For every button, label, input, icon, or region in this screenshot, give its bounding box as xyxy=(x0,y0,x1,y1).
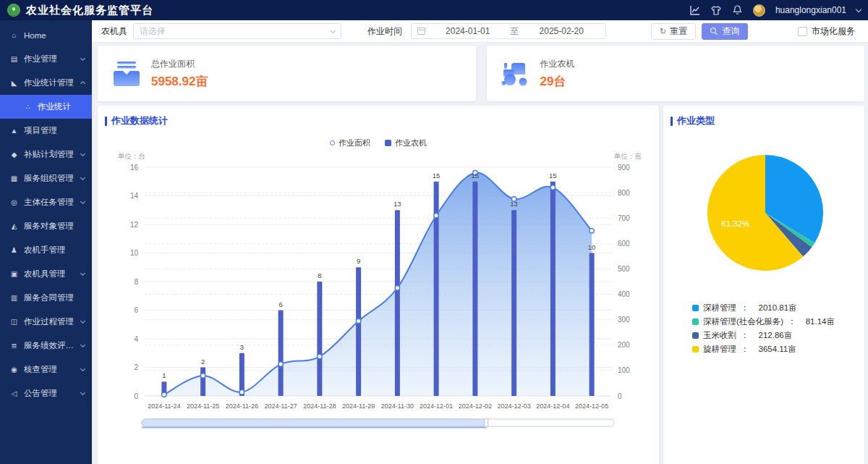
evaluation-icon: ≣ xyxy=(9,342,19,350)
market-service-filter: 市场化服务 xyxy=(798,25,855,38)
svg-text:300: 300 xyxy=(618,316,630,324)
username[interactable]: huanglongxian001 xyxy=(775,5,846,15)
svg-text:2024-12-01: 2024-12-01 xyxy=(420,402,453,410)
sidebar-item-service-object-mgmt[interactable]: ◭服务对象管理 xyxy=(0,214,92,238)
filter-bar: 农机具 请选择 作业时间 2024-01-01 至 2025-02-20 ↻ 重… xyxy=(92,20,868,43)
machinery-select[interactable]: 请选择 xyxy=(133,23,341,39)
app-logo-icon xyxy=(7,4,20,17)
service-org-icon: ▦ xyxy=(9,174,19,182)
sidebar-item-subsidy-plan-mgmt[interactable]: ◆补贴计划管理 xyxy=(0,143,92,166)
stat-value: 29台 xyxy=(540,73,575,90)
chevron-down-icon xyxy=(80,342,85,347)
legend-item-machines[interactable]: 作业农机 xyxy=(385,138,427,148)
announcement-icon: ◁ xyxy=(9,389,19,397)
svg-text:3: 3 xyxy=(240,343,244,351)
swatch-icon xyxy=(692,305,699,311)
sidebar-item-work-process-mgmt[interactable]: ◫作业过程管理 xyxy=(0,310,92,334)
combo-chart[interactable]: 0246810121416010020030040050060070080090… xyxy=(105,150,652,461)
svg-text:6: 6 xyxy=(278,300,282,308)
svg-text:13: 13 xyxy=(510,200,518,208)
legend-item-area[interactable]: 作业面积 xyxy=(330,138,370,148)
ring-marker-icon xyxy=(330,140,335,145)
svg-text:900: 900 xyxy=(618,164,630,172)
svg-text:15: 15 xyxy=(472,172,480,180)
market-service-checkbox[interactable] xyxy=(798,27,807,36)
svg-text:61.32%: 61.32% xyxy=(721,219,749,228)
pie-legend-row[interactable]: 深耕管理(社会化服务)：81.14亩 xyxy=(692,316,857,327)
date-end[interactable]: 2025-02-20 xyxy=(524,26,600,36)
sidebar-item-work-stats-mgmt[interactable]: ◣作业统计管理 xyxy=(0,71,92,95)
chevron-down-icon xyxy=(331,28,336,33)
pie-legend-row[interactable]: 深耕管理：2010.81亩 xyxy=(692,303,857,313)
pie-legend-row[interactable]: 旋耕管理：3654.11亩 xyxy=(692,344,857,355)
sidebar-item-announcement-mgmt[interactable]: ◁公告管理 xyxy=(0,381,92,405)
svg-text:0: 0 xyxy=(618,392,622,400)
process-icon: ◫ xyxy=(9,318,19,326)
theme-icon[interactable] xyxy=(711,5,722,16)
svg-text:2024-11-27: 2024-11-27 xyxy=(264,402,297,410)
tractor-icon xyxy=(501,60,530,88)
verify-icon: ◉ xyxy=(9,366,19,374)
svg-text:15: 15 xyxy=(549,172,557,180)
svg-text:2024-11-26: 2024-11-26 xyxy=(226,402,258,410)
sidebar-item-work-stats[interactable]: ∴作业统计 xyxy=(0,95,92,119)
svg-text:9: 9 xyxy=(357,257,360,265)
svg-text:16: 16 xyxy=(130,164,139,172)
svg-text:200: 200 xyxy=(618,341,630,349)
clipboard-icon: ▤ xyxy=(9,55,19,63)
chevron-down-icon xyxy=(80,319,85,324)
inbox-icon xyxy=(112,60,141,88)
bell-icon[interactable] xyxy=(732,5,743,16)
date-start[interactable]: 2024-01-01 xyxy=(430,26,506,36)
line-chart-icon[interactable] xyxy=(690,5,701,16)
svg-text:2024-12-02: 2024-12-02 xyxy=(459,402,492,410)
top-header: 农业社会化服务监管平台 huanglongxian001 xyxy=(0,0,868,20)
date-range-picker[interactable]: 2024-01-01 至 2025-02-20 xyxy=(411,23,606,39)
sidebar-item-machinery-mgmt[interactable]: ▣农机具管理 xyxy=(0,262,92,286)
svg-text:12: 12 xyxy=(130,221,139,229)
svg-text:10: 10 xyxy=(130,249,139,257)
task-icon: ◎ xyxy=(9,198,19,206)
contract-icon: ▥ xyxy=(9,294,19,302)
svg-text:4: 4 xyxy=(134,335,138,343)
chevron-up-icon xyxy=(80,81,85,86)
charts-row: 作业数据统计 作业面积 作业农机 02468101214160100200300… xyxy=(98,106,864,464)
machinery-label: 农机具 xyxy=(101,25,127,38)
avatar[interactable] xyxy=(753,4,765,17)
svg-text:100: 100 xyxy=(618,366,630,374)
svg-text:14: 14 xyxy=(130,192,139,200)
chevron-down-icon xyxy=(80,390,85,395)
reset-button[interactable]: ↻ 重置 xyxy=(651,23,696,40)
sidebar-item-service-evaluation-mgmt[interactable]: ≣服务绩效评价管理 xyxy=(0,334,92,358)
work-data-title: 作业数据统计 xyxy=(105,114,652,127)
svg-text:单位：台: 单位：台 xyxy=(117,152,145,160)
service-object-icon: ◭ xyxy=(9,222,19,230)
sidebar-item-machinist-mgmt[interactable]: ♟农机手管理 xyxy=(0,238,92,262)
combo-chart-legend: 作业面积 作业农机 xyxy=(105,138,652,148)
pie-legend-row[interactable]: 玉米收割：212.86亩 xyxy=(692,330,857,341)
svg-text:600: 600 xyxy=(618,240,630,248)
sidebar-item-service-contract-mgmt[interactable]: ▥服务合同管理 xyxy=(0,286,92,310)
pie-chart[interactable]: 61.32% xyxy=(673,132,855,300)
svg-text:2024-12-04: 2024-12-04 xyxy=(536,402,569,410)
sidebar-item-home[interactable]: ⌂Home xyxy=(0,23,92,47)
sidebar-item-service-org-mgmt[interactable]: ▦服务组织管理 xyxy=(0,166,92,190)
sidebar-item-project-mgmt[interactable]: ▲项目管理 xyxy=(0,119,92,143)
calendar-icon xyxy=(417,28,425,35)
sidebar-item-subject-task-mgmt[interactable]: ◎主体任务管理 xyxy=(0,190,92,214)
stat-label: 作业农机 xyxy=(540,58,575,70)
stat-cards: 总作业面积 5958.92亩 作业农机 29台 xyxy=(98,46,864,101)
svg-text:2: 2 xyxy=(134,363,138,371)
chevron-down-icon xyxy=(80,199,85,204)
query-button[interactable]: 查询 xyxy=(702,23,748,40)
work-machines-card: 作业农机 29台 xyxy=(487,46,865,101)
sidebar-item-verification-mgmt[interactable]: ◉核查管理 xyxy=(0,358,92,381)
work-type-panel: 作业类型 61.32% 深耕管理：2010.81亩 深耕管理(社会化服务)：81… xyxy=(663,106,864,464)
swatch-icon xyxy=(692,346,699,353)
work-time-label: 作业时间 xyxy=(367,25,402,38)
swatch-icon xyxy=(692,332,699,339)
svg-text:400: 400 xyxy=(618,290,630,298)
machinery-select-placeholder: 请选择 xyxy=(140,25,166,38)
svg-text:8: 8 xyxy=(134,278,138,286)
sidebar-item-work-mgmt[interactable]: ▤作业管理 xyxy=(0,47,92,71)
